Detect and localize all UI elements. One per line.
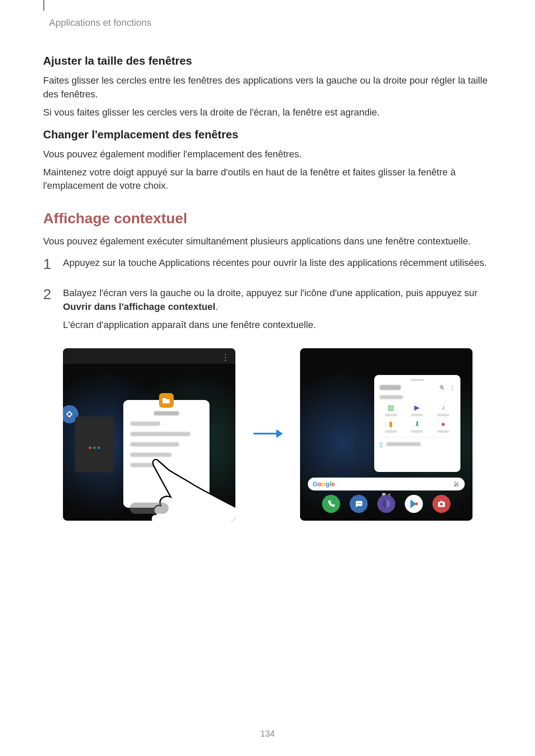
blur-text <box>130 442 179 447</box>
storage-row: ▯ <box>379 437 455 448</box>
browser-app-icon <box>377 495 395 513</box>
step-text: Balayez l'écran vers la gauche ou la dro… <box>63 286 492 314</box>
arrow-right-icon <box>253 427 283 442</box>
folder-icon <box>159 393 174 408</box>
step-2: 2 Balayez l'écran vers la gauche ou la d… <box>43 286 492 336</box>
blur-text <box>153 411 179 415</box>
phone-storage-icon: ▯ <box>379 441 383 448</box>
play-store-app-icon <box>405 495 423 513</box>
step-number: 1 <box>43 256 55 274</box>
step-1: 1 Appuyez sur la touche Applications réc… <box>43 256 492 274</box>
recent-app-tile <box>75 416 114 472</box>
images-icon: ▧ <box>387 403 395 412</box>
heading-change-position: Changer l'emplacement des fenêtres <box>43 128 492 141</box>
apk-icon: ● <box>439 420 447 428</box>
blur-text <box>130 432 191 436</box>
downloads-icon: ⬇ <box>413 420 421 428</box>
videos-icon: ▶ <box>413 403 421 412</box>
svg-point-6 <box>440 503 442 505</box>
blur-text <box>386 442 421 446</box>
app-dock <box>322 495 451 513</box>
popup-window: 🔍︎ ⋮ ▧ ▶ ♪ ▮ ⬇ ● ▯ <box>374 375 460 472</box>
step-text: L'écran d'application apparaît dans une … <box>63 318 492 332</box>
screenshot-recents: ⋮ <box>63 348 235 521</box>
paragraph: Vous pouvez également exécuter simultané… <box>43 234 492 248</box>
mic-icon: 🎤︎ <box>454 481 460 487</box>
camera-app-icon <box>432 495 451 513</box>
svg-point-4 <box>360 503 361 504</box>
paragraph: Maintenez votre doigt appuyé sur la barr… <box>43 166 492 193</box>
blur-text <box>130 422 160 426</box>
audio-icon: ♪ <box>439 403 447 412</box>
phone-app-icon <box>322 495 340 513</box>
heading-popup-view: Affichage contextuel <box>43 210 492 227</box>
paragraph: Vous pouvez également modifier l'emplace… <box>43 147 492 161</box>
figure-row: ⋮ <box>43 348 492 521</box>
svg-point-3 <box>358 503 359 504</box>
paragraph: Si vous faites glisser les cercles vers … <box>43 106 492 119</box>
documents-icon: ▮ <box>387 420 395 428</box>
step-list: 1 Appuyez sur la touche Applications réc… <box>43 256 492 336</box>
step-number: 2 <box>43 286 55 336</box>
step-text: Appuyez sur la touche Applications récen… <box>63 256 487 270</box>
svg-marker-1 <box>276 429 283 438</box>
header-accent-line <box>43 0 44 11</box>
close-all-button <box>130 503 169 514</box>
screenshot-popup-result: 🔍︎ ⋮ ▧ ▶ ♪ ▮ ⬇ ● ▯ <box>300 348 472 521</box>
heading-adjust-windows: Ajuster la taille des fenêtres <box>43 54 492 68</box>
drag-handle <box>411 379 424 381</box>
more-icon: ⋮ <box>222 353 229 362</box>
more-icon: ⋮ <box>449 384 455 391</box>
breadcrumb: Applications et fonctions <box>49 17 492 28</box>
blur-text <box>379 385 401 390</box>
paragraph: Faites glisser les cercles entre les fen… <box>43 74 492 101</box>
blur-text <box>379 395 403 399</box>
search-icon: 🔍︎ <box>439 384 445 391</box>
google-search-bar: Google 🎤︎ <box>308 478 465 490</box>
svg-point-2 <box>357 503 358 504</box>
page-content: Applications et fonctions Ajuster la tai… <box>0 0 535 521</box>
category-grid: ▧ ▶ ♪ ▮ ⬇ ● <box>379 403 455 433</box>
messages-app-icon <box>350 495 368 513</box>
google-logo: Google <box>313 480 335 487</box>
search-bar: ⋮ <box>63 348 235 364</box>
page-number: 134 <box>260 729 275 739</box>
